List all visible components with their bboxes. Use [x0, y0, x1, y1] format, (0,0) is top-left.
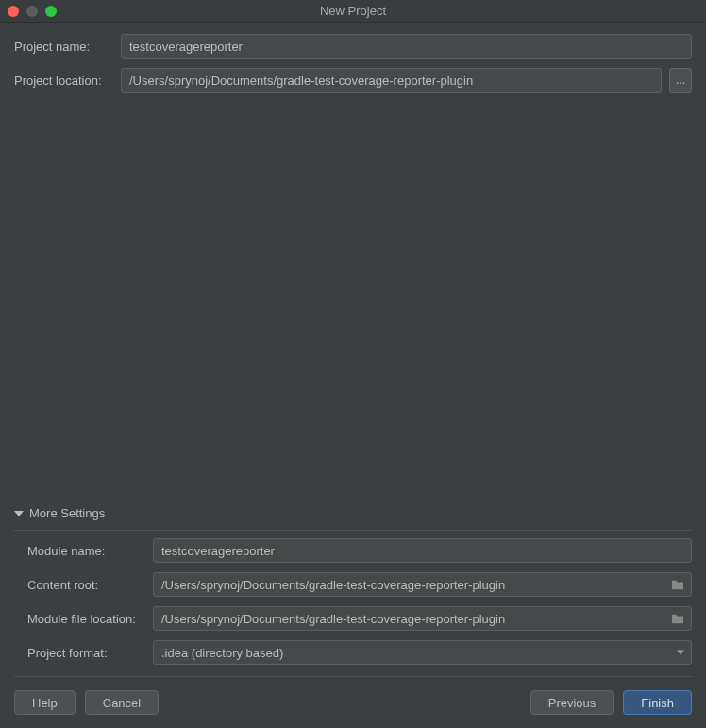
finish-button[interactable]: Finish	[623, 690, 692, 715]
module-file-location-input[interactable]	[153, 606, 692, 631]
content-root-label: Content root:	[27, 578, 145, 592]
module-name-input[interactable]	[153, 538, 692, 563]
more-settings-label: More Settings	[29, 506, 105, 520]
maximize-window-icon[interactable]	[45, 6, 57, 17]
project-location-browse-button[interactable]: ...	[669, 68, 692, 93]
content-root-row: Content root:	[27, 572, 692, 597]
chevron-down-icon	[677, 651, 684, 655]
project-format-row: Project format: .idea (directory based)	[27, 640, 692, 665]
module-name-row: Module name:	[27, 538, 692, 563]
more-settings-toggle[interactable]: More Settings	[14, 502, 692, 531]
project-name-input[interactable]	[121, 34, 692, 59]
close-window-icon[interactable]	[8, 6, 19, 17]
dialog-content: Project name: Project location: ... More…	[0, 23, 706, 728]
project-name-label: Project name:	[14, 40, 113, 54]
button-spacer	[168, 690, 521, 715]
project-location-label: Project location:	[14, 74, 113, 88]
previous-button[interactable]: Previous	[530, 690, 614, 715]
folder-icon[interactable]	[671, 579, 684, 590]
help-button[interactable]: Help	[14, 690, 76, 715]
content-root-input[interactable]	[153, 572, 692, 597]
more-settings-section: Module name: Content root: Module file l…	[14, 538, 692, 665]
project-location-input[interactable]	[121, 68, 662, 93]
project-format-value: .idea (directory based)	[161, 646, 283, 660]
spacer	[14, 93, 692, 502]
button-bar: Help Cancel Previous Finish	[14, 676, 692, 728]
window-title: New Project	[320, 4, 386, 18]
project-name-row: Project name:	[14, 34, 692, 59]
folder-icon[interactable]	[671, 613, 684, 624]
expand-triangle-icon	[14, 511, 24, 516]
module-file-location-row: Module file location:	[27, 606, 692, 631]
minimize-window-icon[interactable]	[26, 6, 38, 17]
module-file-location-label: Module file location:	[27, 612, 145, 626]
titlebar: New Project	[0, 0, 706, 23]
project-format-label: Project format:	[27, 646, 145, 660]
module-name-label: Module name:	[27, 544, 145, 558]
project-location-row: Project location: ...	[14, 68, 692, 93]
main-fields: Project name: Project location: ...	[14, 34, 692, 93]
cancel-button[interactable]: Cancel	[85, 690, 159, 715]
project-format-select[interactable]: .idea (directory based)	[153, 640, 692, 665]
window-controls	[8, 6, 57, 17]
